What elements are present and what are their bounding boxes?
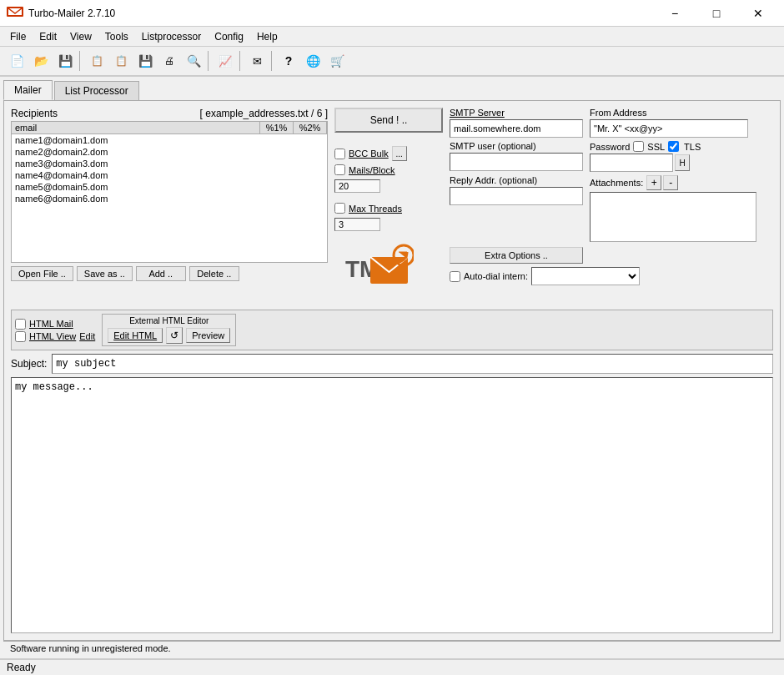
html-view-label[interactable]: HTML View [29,331,76,341]
smtp-panel: SMTP Server From Address SMTP user (opti… [450,108,773,305]
html-mail-checkbox[interactable] [15,319,26,330]
delete-button[interactable]: Delete .. [189,266,239,281]
reply-addr-input[interactable] [450,187,583,205]
html-mail-label[interactable]: HTML Mail [29,319,73,329]
toolbar-sep-3 [239,51,243,71]
mails-block-checkbox[interactable] [334,164,345,175]
recipients-buttons: Open File .. Save as .. Add .. Delete .. [11,266,328,281]
edit-link[interactable]: Edit [79,331,95,341]
recipients-panel: Recipients [ example_addresses.txt / 6 ]… [11,108,328,305]
max-threads-checkbox[interactable] [334,203,345,214]
password-input[interactable] [590,154,673,172]
auto-dial-checkbox[interactable] [450,271,460,282]
mails-block-row: Mails/Block [334,164,443,175]
email-row[interactable]: name6@domain6.dom [12,193,327,204]
html-view-checkbox[interactable] [15,331,26,342]
menu-item-tools[interactable]: Tools [98,29,135,44]
reply-addr-label: Reply Addr. (optional) [450,175,583,185]
toolbar-save-btn[interactable]: 💾 [53,49,77,73]
mails-block-label[interactable]: Mails/Block [349,165,395,175]
max-threads-row: Max Threads [334,203,443,214]
password-label: Password [590,142,630,152]
window-controls: − □ ✕ [656,0,777,27]
menu-item-view[interactable]: View [63,29,98,44]
auto-dial-row: Auto-dial intern: [450,267,773,285]
smtp-user-input[interactable] [450,153,583,171]
smtp-row-4: Extra Options .. [450,247,773,264]
tab-mailer[interactable]: Mailer [3,80,53,100]
toolbar-save2-btn[interactable]: 💾 [133,49,157,73]
h-button[interactable]: H [675,154,690,171]
smtp-server-group: SMTP Server [450,108,583,138]
app-icon [7,5,23,21]
close-button[interactable]: ✕ [739,0,777,27]
smtp-server-input[interactable] [450,119,583,138]
toolbar-chart-btn[interactable]: 📈 [214,49,237,73]
edit-html-button[interactable]: Edit HTML [108,328,163,343]
email-row[interactable]: name3@domain3.dom [12,158,327,169]
status-bar: Ready [0,658,784,675]
tls-checkbox[interactable] [668,141,679,152]
toolbar-globe-btn[interactable]: 🌐 [301,49,324,73]
menu-item-file[interactable]: File [3,29,33,44]
minimize-button[interactable]: − [656,0,694,27]
menu-item-edit[interactable]: Edit [33,29,63,44]
preview-button[interactable]: Preview [186,328,230,343]
save-as-button[interactable]: Save as .. [77,266,133,281]
toolbar-find-btn[interactable]: 🔍 [182,49,205,73]
toolbar-open-btn[interactable]: 📂 [29,49,53,73]
from-address-group: From Address [590,108,748,138]
subject-label: Subject: [11,358,47,370]
extra-options-button[interactable]: Extra Options .. [450,247,583,264]
ssl-checkbox[interactable] [633,141,644,152]
email-table[interactable]: email %1% %2% name1@domain1.dom name2@do… [11,121,328,263]
attachments-label: Attachments: [590,178,643,188]
toolbar-email-btn[interactable]: ✉ [245,49,269,73]
subject-row: Subject: [11,354,773,374]
toolbar-copy-btn[interactable]: 📋 [85,49,108,73]
tls-label: TLS [684,142,701,152]
auto-dial-select[interactable] [531,267,640,285]
from-address-input[interactable] [590,119,748,138]
unregistered-bar: Software running in unregistered mode. [3,641,781,655]
title-text: Turbo-Mailer 2.7.10 [28,8,656,19]
menu-item-help[interactable]: Help [250,29,284,44]
max-threads-input[interactable] [334,218,380,231]
email-row[interactable]: name5@domain5.dom [12,181,327,193]
attachments-header: Attachments: + - [590,175,756,190]
menu-item-config[interactable]: Config [208,29,250,44]
mails-block-input[interactable] [334,179,380,193]
bcc-bulk-options-btn[interactable]: ... [392,146,407,161]
maximize-button[interactable]: □ [697,0,736,27]
toolbar-paste-btn[interactable]: 📋 [109,49,133,73]
open-file-button[interactable]: Open File .. [11,266,73,281]
auto-dial-label[interactable]: Auto-dial intern: [464,271,528,281]
from-address-label: From Address [590,108,748,118]
toolbar-help-btn[interactable]: ? [277,49,300,73]
email-row[interactable]: name2@domain2.dom [12,146,327,158]
refresh-button[interactable]: ↺ [166,327,183,344]
subject-input[interactable] [52,354,773,374]
ssl-label[interactable]: SSL [647,142,665,152]
menu-item-listprocessor[interactable]: Listprocessor [135,29,208,44]
attachments-group: Attachments: + - [590,175,756,242]
toolbar-new-btn[interactable]: 📄 [5,49,28,73]
bcc-bulk-checkbox[interactable] [334,149,345,159]
toolbar-cart-btn[interactable]: 🛒 [325,49,349,73]
smtp-row-2: SMTP user (optional) Password SSL TLS [450,141,773,172]
email-row[interactable]: name1@domain1.dom [12,134,327,146]
plus-button[interactable]: + [646,175,661,190]
max-threads-label[interactable]: Max Threads [349,204,402,214]
tab-list-processor[interactable]: List Processor [54,81,139,100]
bcc-bulk-label[interactable]: BCC Bulk [349,149,389,159]
toolbar-print-btn[interactable]: 🖨 [158,49,181,73]
toolbar-sep-4 [271,51,274,71]
titlebar: Turbo-Mailer 2.7.10 − □ ✕ [0,0,784,27]
message-textarea[interactable] [11,377,773,633]
add-button[interactable]: Add .. [136,266,186,281]
email-row[interactable]: name4@domain4.dom [12,169,327,181]
minus-button[interactable]: - [663,175,678,190]
send-button[interactable]: Send ! .. [334,108,443,133]
recipients-label: Recipients [11,108,58,119]
plus-minus-btns: + - [646,175,678,190]
